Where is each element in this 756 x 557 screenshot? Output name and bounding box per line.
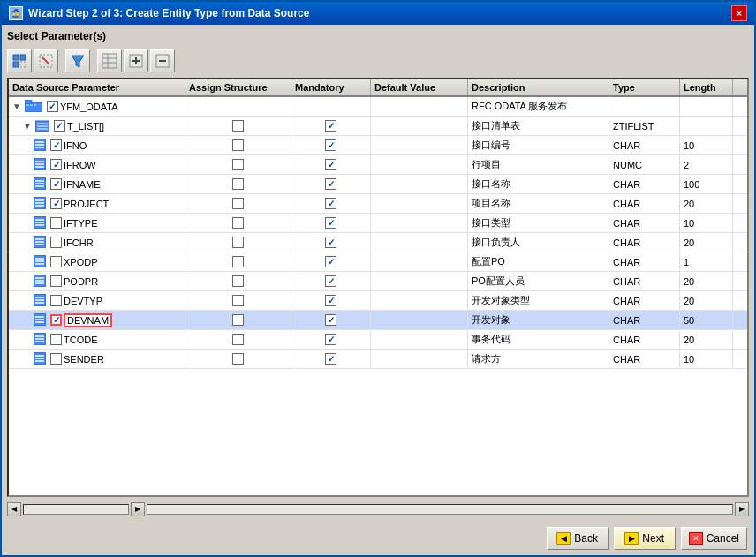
next-button[interactable]: ▶ Next [614, 527, 676, 550]
table-row[interactable]: XPODP配置POCHAR1 [9, 252, 747, 272]
expand-icon[interactable]: ▼ [12, 102, 21, 111]
mandatory-checkbox[interactable] [325, 256, 336, 267]
row-select-checkbox[interactable] [50, 217, 62, 229]
description-cell: 接口编号 [468, 136, 609, 154]
next-icon: ▶ [624, 532, 639, 545]
back-icon: ◀ [556, 532, 571, 545]
assign-checkbox[interactable] [232, 139, 244, 151]
assign-checkbox[interactable] [232, 120, 244, 132]
assign-checkbox[interactable] [232, 275, 244, 287]
toolbar-deselect-all[interactable] [34, 49, 58, 72]
toolbar-collapse[interactable] [150, 49, 175, 72]
row-select-checkbox[interactable] [50, 237, 62, 248]
mandatory-cell [291, 214, 371, 232]
length-cell: 10 [680, 214, 733, 232]
assign-checkbox[interactable] [232, 217, 244, 229]
table-row[interactable]: IFROW行项目NUMC2 [9, 155, 747, 175]
close-button[interactable]: × [731, 5, 747, 21]
table-row[interactable]: TCODE事务代码CHAR20 [9, 330, 747, 350]
table-row[interactable]: IFNAME接口名称CHAR100 [9, 175, 747, 194]
list-icon [35, 119, 49, 133]
mandatory-checkbox[interactable] [325, 334, 336, 345]
table-row[interactable]: PODPRPO配置人员CHAR20 [9, 272, 747, 291]
default-value-cell [371, 97, 468, 116]
toolbar-filter[interactable] [65, 49, 90, 72]
description-cell: 接口名称 [468, 175, 609, 193]
row-select-checkbox[interactable] [50, 275, 62, 287]
assign-checkbox[interactable] [232, 256, 244, 267]
mandatory-checkbox[interactable] [325, 275, 336, 287]
description-cell: 开发对象类型 [468, 291, 609, 310]
param-name: TCODE [64, 335, 98, 345]
assign-checkbox[interactable] [232, 353, 244, 365]
mandatory-checkbox[interactable] [325, 159, 336, 170]
table-body: ▼YFM_ODATARFC ODATA 服务发布▼T_LIST[]接口清单表ZT… [9, 97, 747, 495]
param-cell: ▼T_LIST[] [9, 117, 185, 135]
assign-checkbox[interactable] [232, 334, 244, 345]
mandatory-checkbox[interactable] [325, 237, 336, 248]
mandatory-checkbox[interactable] [325, 198, 336, 209]
row-select-checkbox[interactable] [54, 120, 65, 132]
type-cell: CHAR [609, 214, 680, 232]
table-row[interactable]: DEVTYP开发对象类型CHAR20 [9, 291, 747, 311]
mandatory-checkbox[interactable] [325, 217, 336, 229]
default-value-cell [371, 252, 468, 271]
row-select-checkbox[interactable] [50, 139, 62, 151]
description-cell: 行项目 [468, 155, 609, 174]
row-select-checkbox[interactable] [50, 295, 62, 306]
back-button[interactable]: ◀ Back [547, 527, 609, 550]
field-icon [34, 177, 46, 192]
toolbar-table-view[interactable] [97, 49, 122, 72]
mandatory-checkbox[interactable] [325, 314, 336, 326]
assign-cell [185, 272, 291, 290]
row-select-checkbox[interactable] [50, 198, 62, 209]
assign-checkbox[interactable] [232, 159, 244, 170]
table-row[interactable]: DEVNAM开发对象CHAR50 [9, 311, 747, 330]
assign-cell [185, 350, 291, 368]
panel-title: Select Parameter(s) [7, 30, 749, 42]
table-row[interactable]: SENDER请求方CHAR10 [9, 350, 747, 369]
scroll-right2-btn[interactable]: ▶ [735, 502, 749, 516]
mandatory-checkbox[interactable] [325, 353, 336, 365]
scroll-track-left[interactable] [23, 504, 129, 515]
mandatory-checkbox[interactable] [325, 139, 336, 151]
row-select-checkbox[interactable] [47, 101, 58, 112]
more-cell [733, 155, 747, 174]
row-select-checkbox[interactable] [50, 159, 62, 170]
assign-checkbox[interactable] [232, 198, 244, 209]
more-cell [733, 330, 747, 349]
table-row[interactable]: PROJECT项目名称CHAR20 [9, 194, 747, 214]
assign-checkbox[interactable] [232, 314, 244, 326]
cancel-button[interactable]: ✕ Cancel [681, 527, 747, 550]
scroll-left-btn[interactable]: ◀ [7, 502, 21, 516]
assign-checkbox[interactable] [232, 295, 244, 306]
parameters-table: Data Source Parameter Assign Structure M… [7, 78, 749, 497]
toolbar-expand[interactable] [124, 49, 148, 72]
table-row[interactable]: IFTYPE接口类型CHAR10 [9, 214, 747, 233]
param-cell: IFNAME [9, 175, 185, 193]
type-cell: CHAR [609, 330, 680, 349]
mandatory-checkbox[interactable] [325, 295, 336, 306]
table-row[interactable]: IFCHR接口负责人CHAR20 [9, 233, 747, 252]
table-row[interactable]: IFNO接口编号CHAR10 [9, 136, 747, 155]
mandatory-checkbox[interactable] [325, 178, 336, 190]
table-row[interactable]: ▼YFM_ODATARFC ODATA 服务发布 [9, 97, 747, 117]
expand-icon[interactable]: ▼ [23, 121, 32, 131]
mandatory-checkbox[interactable] [325, 120, 336, 132]
toolbar-select-all[interactable] [7, 49, 32, 72]
length-cell: 20 [680, 194, 733, 213]
row-select-checkbox[interactable] [50, 314, 62, 326]
assign-checkbox[interactable] [232, 237, 244, 248]
table-row[interactable]: ▼T_LIST[]接口清单表ZTIFLIST [9, 117, 747, 136]
scroll-right-btn[interactable]: ▶ [131, 502, 145, 516]
param-cell: IFTYPE [9, 214, 185, 232]
assign-checkbox[interactable] [232, 178, 244, 190]
row-select-checkbox[interactable] [50, 256, 62, 267]
description-cell: PO配置人员 [468, 272, 609, 290]
row-select-checkbox[interactable] [50, 353, 62, 365]
length-cell: 50 [680, 311, 733, 329]
row-select-checkbox[interactable] [50, 334, 62, 345]
param-name: DEVNAM [64, 313, 112, 327]
scroll-track-right[interactable] [147, 504, 733, 515]
row-select-checkbox[interactable] [50, 178, 62, 190]
